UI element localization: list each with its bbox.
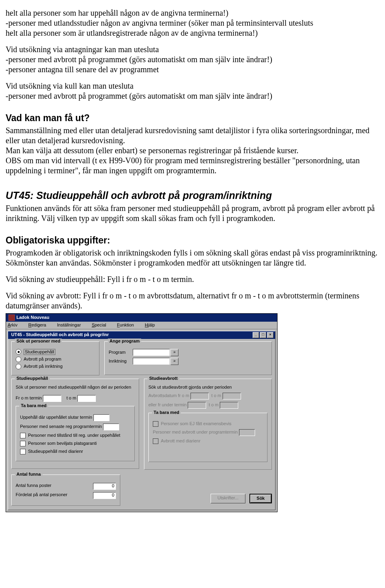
heading-obligatoriska: Obligatoriska uppgifter: <box>6 235 379 246</box>
group-ange-program: Ange program Program » Inriktning » <box>104 341 272 375</box>
label-avbrtermin-tom: t o m <box>209 402 219 407</box>
group-studieavbrott: Studieavbrott Sök ut studieavbrott gjord… <box>144 379 272 470</box>
heading-vad-kan-man-fa-ut: Vad kan man få ut? <box>6 112 379 124</box>
check-platsgaranti[interactable] <box>20 441 26 446</box>
label-from-termin: Fr o m termin <box>16 395 42 400</box>
close-icon[interactable]: × <box>267 332 274 338</box>
dropdown-inriktning-icon[interactable]: » <box>170 358 178 365</box>
line-uppehall-slutar: Uppehåll där uppehållet slutar termin <box>20 414 130 421</box>
label-inriktning: Inriktning <box>109 359 133 364</box>
legend: Antal funna <box>15 472 43 477</box>
button-sok[interactable]: Sök <box>249 494 272 503</box>
radio-label: Avbrott på program <box>24 357 61 362</box>
radio-label: Studieuppehåll <box>24 349 55 355</box>
legend: Studieavbrott <box>148 376 179 381</box>
app-title-bar: Ladok Nouveau <box>6 314 277 322</box>
radio-icon <box>16 364 21 369</box>
legend: Ta bara med <box>19 403 48 409</box>
menu-arkiv[interactable]: Arkiv <box>8 322 22 327</box>
label-avbrdatum-from: Avbrottsdatum fr o m <box>148 393 189 398</box>
check-label: Personer med tillstånd till reg. under u… <box>28 433 120 438</box>
legend: Ta bara med <box>152 410 181 416</box>
check-avbrott-diarienr <box>153 438 158 444</box>
check-label: Studieuppehåll med diarienr <box>28 449 83 454</box>
legend: Sök ut personer med <box>15 339 62 344</box>
radio-label: Avbrott på inriktning <box>24 364 63 369</box>
input-avbrtermin-from <box>188 402 206 409</box>
label-avbrdatum-tom: t o m <box>211 393 221 398</box>
group-ta-bara-med-right: Ta bara med Personer som EJ fått examens… <box>148 413 267 462</box>
label-tom: t o m <box>67 395 76 400</box>
input-senaste-reg[interactable] <box>103 424 119 430</box>
radio-studieuppehall[interactable]: Studieuppehåll <box>16 349 95 355</box>
input-from-termin[interactable] <box>43 395 61 402</box>
input-avbrdatum-from <box>190 393 209 399</box>
value-antal-personer: 0 <box>93 492 116 499</box>
group-antal-funna: Antal funna Antal funna poster 0 Fördela… <box>11 474 120 506</box>
help-text: Sök ut studieavbrott gjorda under period… <box>148 385 267 390</box>
dropdown-program-icon[interactable]: » <box>170 349 178 356</box>
check-label: Personer som EJ fått examensbevis <box>161 421 231 426</box>
minimize-icon[interactable]: _ <box>253 332 259 338</box>
label-avbrtermin-from: eller fr under termin <box>148 402 186 407</box>
legend: Ange program <box>108 339 141 344</box>
check-ej-examen <box>153 421 158 427</box>
radio-avbrott-program[interactable]: Avbrott på program <box>16 357 95 362</box>
check-label: Personer som beviljats platsgaranti <box>28 441 97 446</box>
input-avbrtermin-tom <box>220 402 238 409</box>
paragraph: Vid sökning av avbrott: Fyll i fr o m - … <box>6 291 379 311</box>
check-tillstand[interactable] <box>20 433 26 438</box>
radio-icon <box>16 349 21 355</box>
ut45-window: UT45 - Studieuppehåll och avbrott på pro… <box>8 331 276 511</box>
input-inriktning[interactable] <box>133 358 170 365</box>
paragraph: Vid sökning av studieuppehåll: Fyll i fr… <box>6 274 379 284</box>
maximize-icon[interactable]: □ <box>260 332 266 338</box>
group-ta-bara-med-left: Ta bara med Uppehåll där uppehållet slut… <box>16 406 135 461</box>
paragraph: Funktionen används för att söka fram per… <box>6 203 379 223</box>
group-sok-ut-personer: Sök ut personer med Studieuppehåll Avbro… <box>11 341 99 376</box>
ladok-window: Ladok Nouveau Arkiv Redigera Inställning… <box>6 313 278 512</box>
label-antal-personer: Fördelat på antal personer <box>16 492 67 499</box>
menu-hjalp[interactable]: Hjälp <box>145 322 160 327</box>
ut45-title-bar: UT45 - Studieuppehåll och avbrott på pro… <box>8 331 275 339</box>
label-program: Program <box>109 350 133 355</box>
label-antal-poster: Antal funna poster <box>16 483 51 490</box>
input-program[interactable] <box>133 349 170 356</box>
input-uppehall-slutar[interactable] <box>93 414 109 421</box>
heading-ut45: UT45: Studieuppehåll och avbrott på prog… <box>6 189 379 202</box>
ut45-title: UT45 - Studieuppehåll och avbrott på pro… <box>11 332 109 338</box>
radio-icon <box>16 357 21 362</box>
value-antal-poster: 0 <box>93 483 116 490</box>
input-avbrdatum-tom <box>223 393 241 399</box>
paragraph: Vid utsökning via kull kan man utesluta … <box>6 81 379 101</box>
app-title: Ladok Nouveau <box>16 315 49 320</box>
line-senaste-reg: Personer med senaste reg programtermin <box>20 424 130 430</box>
menu-funktion[interactable]: Funktion <box>117 322 139 327</box>
paragraph: Vid utsökning via antagningar kan man ut… <box>6 45 379 75</box>
menu-bar[interactable]: Arkiv Redigera Inställningar Special Fun… <box>6 322 277 329</box>
button-utskrifter: Utskrifter... <box>211 494 245 503</box>
app-icon <box>8 314 15 321</box>
input-tom-termin[interactable] <box>77 395 96 402</box>
label-avbrott-termin: Personer med avbrott under programtermin <box>153 430 238 435</box>
menu-special[interactable]: Special <box>92 322 111 327</box>
paragraph: Programkoden är obligatorisk och inriktn… <box>6 248 379 268</box>
help-text: Sök ut personer med studieuppehåll någon… <box>16 385 135 390</box>
legend: Studieuppehåll <box>15 376 50 381</box>
radio-avbrott-inriktning[interactable]: Avbrott på inriktning <box>16 364 95 369</box>
menu-installningar[interactable]: Inställningar <box>57 322 85 327</box>
check-diarienr[interactable] <box>20 449 26 454</box>
group-studieuppehall: Studieuppehåll Sök ut personer med studi… <box>11 379 139 469</box>
paragraph: helt alla personer som har uppehåll någo… <box>6 8 379 38</box>
check-label: Avbrott med diarienr <box>161 438 201 443</box>
input-avbrott-termin <box>239 429 255 436</box>
menu-redigera[interactable]: Redigera <box>28 322 51 327</box>
paragraph: Sammanställning med eller utan detaljera… <box>6 126 379 176</box>
